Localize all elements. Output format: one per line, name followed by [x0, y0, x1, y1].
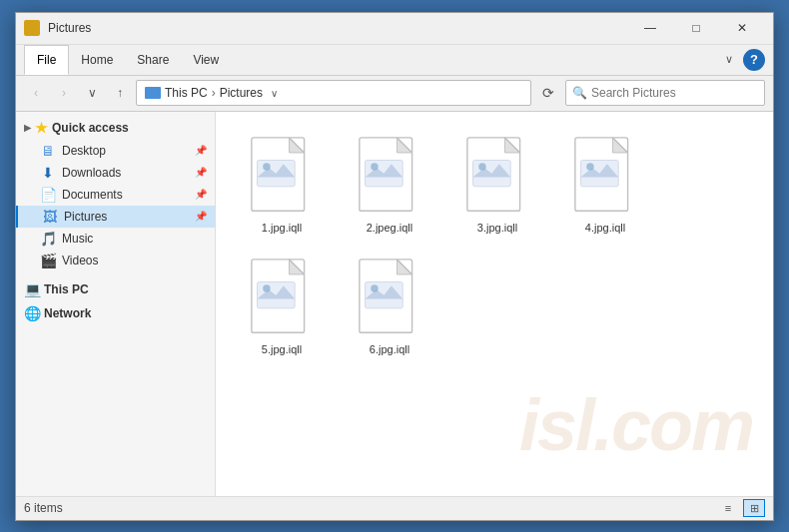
- sidebar-music-label: Music: [62, 232, 93, 246]
- thispc-icon: 💻: [24, 281, 40, 297]
- quick-access-chevron: ▶: [24, 123, 31, 133]
- quick-access-star-icon: ★: [35, 120, 48, 136]
- up-button[interactable]: ↑: [108, 81, 132, 105]
- sidebar-thispc-label: This PC: [44, 282, 89, 296]
- close-button[interactable]: ✕: [719, 12, 765, 44]
- search-input[interactable]: [591, 86, 758, 100]
- maximize-button[interactable]: □: [673, 12, 719, 44]
- ribbon-tabs: File Home Share View ∨ ?: [16, 45, 773, 75]
- file-item[interactable]: 6.jpg.iqll: [340, 250, 439, 363]
- file-item[interactable]: 5.jpg.iqll: [232, 250, 332, 363]
- sidebar-network-label: Network: [44, 306, 91, 320]
- documents-pin-icon: 📌: [195, 189, 207, 200]
- file-name-0: 1.jpg.iqll: [262, 222, 302, 234]
- folder-icon-yellow: [24, 20, 40, 36]
- file-grid: 1.jpg.iqll 2.jpeg.iqll: [216, 112, 773, 496]
- explorer-window: Pictures — □ ✕ File Home Share View ∨ ? …: [15, 12, 774, 521]
- svg-point-14: [478, 163, 486, 171]
- sidebar-item-downloads[interactable]: ⬇ Downloads 📌: [16, 162, 215, 184]
- ribbon-right: ∨ ?: [719, 49, 765, 71]
- pictures-icon: 🖼: [42, 209, 58, 225]
- file-icon-4: [246, 258, 318, 337]
- minimize-button[interactable]: —: [627, 12, 673, 44]
- svg-point-9: [371, 163, 379, 171]
- sidebar-item-desktop[interactable]: 🖥 Desktop 📌: [16, 140, 215, 162]
- network-section[interactable]: 🌐 Network: [16, 301, 215, 325]
- svg-point-4: [263, 163, 271, 171]
- dropdown-button[interactable]: ∨: [80, 81, 104, 105]
- sidebar-pictures-label: Pictures: [64, 210, 107, 224]
- file-item[interactable]: 1.jpg.iqll: [232, 128, 332, 242]
- file-icon-3: [569, 136, 641, 216]
- quick-access-section[interactable]: ▶ ★ Quick access: [16, 116, 215, 140]
- file-item[interactable]: 4.jpg.iqll: [555, 128, 655, 242]
- downloads-icon: ⬇: [40, 165, 56, 181]
- ribbon-collapse-chevron[interactable]: ∨: [719, 51, 739, 68]
- search-icon: 🔍: [572, 86, 587, 100]
- tab-view[interactable]: View: [181, 45, 231, 75]
- path-folder-icon: [145, 87, 161, 99]
- help-button[interactable]: ?: [743, 49, 765, 71]
- address-path[interactable]: This PC › Pictures ∨: [136, 80, 531, 106]
- file-name-5: 6.jpg.iqll: [370, 343, 409, 355]
- file-icon-5: [354, 258, 425, 337]
- downloads-pin-icon: 📌: [195, 167, 207, 178]
- path-pictures[interactable]: Pictures: [220, 86, 263, 100]
- file-item[interactable]: 3.jpg.iqll: [447, 128, 547, 242]
- list-view-button[interactable]: ≡: [717, 499, 739, 517]
- music-icon: 🎵: [40, 231, 56, 247]
- tab-file[interactable]: File: [24, 45, 69, 75]
- window-title: Pictures: [48, 21, 627, 35]
- sidebar-desktop-label: Desktop: [62, 144, 106, 158]
- view-controls: ≡ ⊞: [717, 499, 765, 517]
- desktop-pin-icon: 📌: [195, 145, 207, 156]
- grid-view-button[interactable]: ⊞: [743, 499, 765, 517]
- svg-point-19: [586, 163, 594, 171]
- file-item[interactable]: 2.jpeg.iqll: [340, 128, 439, 242]
- file-icon-2: [461, 136, 533, 216]
- path-separator: ›: [212, 86, 216, 100]
- sidebar-item-pictures[interactable]: 🖼 Pictures 📌: [16, 206, 215, 228]
- file-name-1: 2.jpeg.iqll: [367, 222, 412, 234]
- sidebar-item-videos[interactable]: 🎬 Videos: [16, 250, 215, 271]
- path-dropdown-arrow[interactable]: ∨: [271, 88, 278, 99]
- sidebar-downloads-label: Downloads: [62, 166, 121, 180]
- main-area: ▶ ★ Quick access 🖥 Desktop 📌 ⬇ Downloads…: [16, 112, 773, 496]
- svg-point-29: [371, 284, 379, 292]
- file-icon-1: [354, 136, 425, 216]
- sidebar-documents-label: Documents: [62, 188, 123, 202]
- refresh-button[interactable]: ⟳: [535, 80, 561, 106]
- path-thispc[interactable]: This PC: [165, 86, 208, 100]
- sidebar-item-music[interactable]: 🎵 Music: [16, 228, 215, 250]
- pictures-pin-icon: 📌: [195, 211, 207, 222]
- sidebar-videos-label: Videos: [62, 254, 98, 267]
- desktop-icon: 🖥: [40, 143, 56, 159]
- thispc-section[interactable]: 💻 This PC: [16, 277, 215, 301]
- status-bar: 6 items ≡ ⊞: [16, 496, 773, 520]
- title-bar-icons: [24, 20, 40, 36]
- documents-icon: 📄: [40, 187, 56, 203]
- window-controls: — □ ✕: [627, 12, 765, 44]
- network-icon: 🌐: [24, 305, 40, 321]
- quick-access-label: Quick access: [52, 121, 129, 135]
- title-bar: Pictures — □ ✕: [16, 13, 773, 45]
- file-icon-0: [246, 136, 318, 216]
- content-area: isl.com 1.jpg.iqll: [216, 112, 773, 496]
- tab-home[interactable]: Home: [69, 45, 125, 75]
- videos-icon: 🎬: [40, 253, 56, 268]
- sidebar: ▶ ★ Quick access 🖥 Desktop 📌 ⬇ Downloads…: [16, 112, 216, 496]
- address-bar: ‹ › ∨ ↑ This PC › Pictures ∨ ⟳ 🔍: [16, 76, 773, 112]
- sidebar-item-documents[interactable]: 📄 Documents 📌: [16, 184, 215, 206]
- ribbon: File Home Share View ∨ ?: [16, 45, 773, 76]
- svg-point-24: [263, 284, 271, 292]
- file-name-3: 4.jpg.iqll: [585, 222, 625, 234]
- item-count: 6 items: [24, 501, 63, 515]
- file-name-2: 3.jpg.iqll: [477, 222, 517, 234]
- file-name-4: 5.jpg.iqll: [262, 343, 302, 355]
- path-text: This PC › Pictures: [165, 86, 263, 100]
- tab-share[interactable]: Share: [125, 45, 181, 75]
- search-box[interactable]: 🔍: [565, 80, 765, 106]
- forward-button[interactable]: ›: [52, 81, 76, 105]
- back-button[interactable]: ‹: [24, 81, 48, 105]
